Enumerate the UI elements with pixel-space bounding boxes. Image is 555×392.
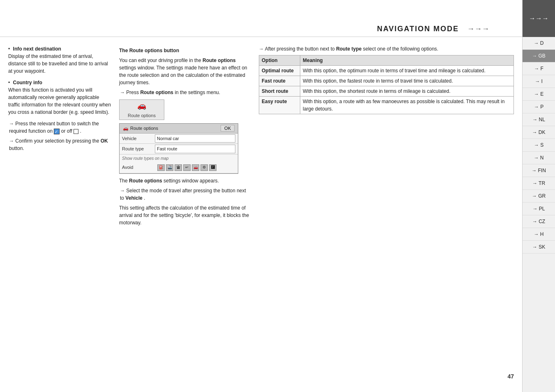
middle-appears: The Route options settings window appear…: [119, 177, 251, 184]
arrow2-bold: OK: [101, 138, 108, 144]
sidebar-item-3[interactable]: → I: [523, 75, 555, 88]
dialog-vehicle-value: Normal car: [155, 134, 235, 143]
route-dialog-row3: Avoid ⛽ 🚢 🛣 ↩ 🚗 ⚙ 🅿: [120, 162, 238, 173]
route-dialog-row2: Route type Fast route: [120, 144, 238, 154]
arrow1-end: .: [80, 128, 81, 134]
sidebar-item-0[interactable]: → D: [523, 37, 555, 50]
route-dialog-title-text: Route options: [130, 125, 158, 132]
table-cell-option-0: Optimal route: [259, 66, 300, 76]
middle-arrow1-arrow: →: [120, 90, 126, 95]
appears-text: The: [119, 178, 128, 184]
sidebar-item-16[interactable]: → SK: [523, 241, 555, 254]
middle-arrow1-bold: Route options: [140, 90, 175, 95]
table-cell-option-2: Short route: [259, 86, 300, 97]
sidebar-item-7[interactable]: → DK: [523, 126, 555, 139]
bullet1-text: Display of the estimated time of arrival…: [8, 53, 111, 75]
intro-end: select one of the following options.: [363, 46, 438, 52]
sidebar-item-12[interactable]: → GR: [523, 190, 555, 203]
checkbox-icon: [54, 129, 60, 134]
table-header-row: Option Meaning: [259, 55, 514, 66]
route-options-label: Route options: [128, 112, 156, 119]
dialog-routetype-label: Route type: [122, 145, 155, 152]
arrow2-arrow: →: [9, 138, 15, 144]
header-arrows: →→→: [467, 25, 489, 33]
table-row-2: Short routeWith this option, the shortes…: [259, 86, 514, 97]
sidebar-item-10[interactable]: → FIN: [523, 164, 555, 177]
route-options-icon: 🚗: [137, 100, 146, 111]
table-row-0: Optimal routeWith this option, the optim…: [259, 66, 514, 76]
table-row-3: Easy routeWith this option, a route with…: [259, 97, 514, 114]
avoid-icon-2: 🚢: [166, 164, 173, 171]
bullet-dot-2: •: [8, 80, 10, 85]
arrow1-arrow: →: [9, 121, 15, 127]
bullet2-text: When this function is activated you will…: [8, 86, 111, 116]
sidebar-item-14[interactable]: → CZ: [523, 215, 555, 228]
bullet1-title: Info next destination: [13, 46, 61, 52]
avoid-icon-5: 🚗: [192, 164, 199, 171]
avoid-icon-1: ⛽: [157, 164, 165, 171]
table-body: Optimal routeWith this option, the optim…: [259, 66, 514, 114]
route-options-table: Option Meaning Optimal routeWith this op…: [259, 55, 514, 114]
appears-end: settings window appears.: [164, 178, 219, 184]
bullet2-title: Country info: [13, 80, 42, 85]
route-dialog-subtext: Show route types on map: [120, 154, 238, 162]
sidebar-top-block: →→→: [523, 0, 555, 37]
sidebar-item-6[interactable]: → NL: [523, 113, 555, 126]
middle-para2: This setting affects the calculation of …: [119, 204, 251, 226]
sidebar-item-4[interactable]: → E: [523, 88, 555, 101]
middle-col: The Route options button You can edit yo…: [119, 45, 259, 384]
middle-arrow1: → Press Route options in the settings me…: [119, 89, 251, 96]
col-meaning-header: Meaning: [300, 55, 514, 66]
bullet-dot-1: •: [8, 46, 10, 52]
avoid-icon-4: ↩: [183, 164, 191, 171]
middle-arrow2-end: .: [144, 195, 145, 201]
middle-arrow2: → Select the mode of travel after pressi…: [119, 187, 251, 202]
sidebar-item-8[interactable]: → S: [523, 139, 555, 152]
arrow2-item: → Confirm your selection by pressing the…: [8, 137, 111, 152]
middle-arrow2-bold: Vehicle: [125, 195, 142, 201]
middle-para1-bold: Route options: [203, 58, 236, 63]
sidebar-items-container: → D→ GB→ F→ I→ E→ P→ NL→ DK→ S→ N→ FIN→ …: [523, 37, 555, 254]
table-cell-meaning-1: With this option, the fastest route in t…: [300, 76, 514, 86]
sidebar-item-5[interactable]: → P: [523, 101, 555, 113]
sidebar-item-15[interactable]: → H: [523, 228, 555, 241]
sidebar-item-1[interactable]: → GB: [523, 50, 555, 62]
route-dialog: 🚗 Route options OK Vehicle Normal car Ro…: [119, 123, 238, 174]
avoid-icon-6: ⚙: [200, 164, 208, 171]
middle-para1-pre: You can edit your driving profile in the: [119, 58, 201, 63]
dialog-routetype-value: Fast route: [155, 145, 235, 153]
route-options-button-img: 🚗 Route options: [119, 99, 164, 120]
table-cell-option-1: Fast route: [259, 76, 300, 86]
table-cell-option-3: Easy route: [259, 97, 300, 114]
bullet-item-1: • Info next destination Display of the e…: [8, 45, 111, 75]
table-row-1: Fast routeWith this option, the fastest …: [259, 76, 514, 86]
route-dialog-header: 🚗 Route options OK: [120, 124, 238, 134]
right-col: → After pressing the button next to Rout…: [259, 45, 514, 384]
arrow2-text: Confirm your selection by pressing the: [15, 138, 99, 144]
table-cell-meaning-0: With this option, the optimum route in t…: [300, 66, 514, 76]
sidebar-item-11[interactable]: → TR: [523, 177, 555, 190]
table-cell-meaning-3: With this option, a route with as few ma…: [300, 97, 514, 114]
intro-arrow: →: [259, 46, 265, 52]
route-dialog-title: 🚗 Route options: [123, 125, 158, 132]
col-option-header: Option: [259, 55, 300, 66]
header-title: NAVIGATION MODE: [377, 25, 459, 33]
main-content: • Info next destination Display of the e…: [0, 37, 522, 392]
intro-pre: After pressing the button next to: [265, 46, 335, 52]
route-dialog-icon: 🚗: [123, 125, 129, 132]
route-dialog-row1: Vehicle Normal car: [120, 134, 238, 144]
intro-bold1: Route type: [336, 46, 363, 52]
arrow2-end: button.: [9, 145, 24, 151]
header-bar: NAVIGATION MODE →→→: [0, 0, 555, 37]
middle-section-title: The Route options button: [119, 47, 251, 54]
table-cell-meaning-2: With this option, the shortest route in …: [300, 86, 514, 97]
arrow1-mid: or off: [61, 128, 74, 134]
sidebar-item-9[interactable]: → N: [523, 152, 555, 164]
sidebar-item-2[interactable]: → F: [523, 62, 555, 75]
bullet-item-2: • Country info When this function is act…: [8, 79, 111, 116]
dialog-avoid-icons: ⛽ 🚢 🛣 ↩ 🚗 ⚙ 🅿: [155, 163, 219, 172]
middle-arrow1-pre: Press: [126, 90, 139, 95]
route-dialog-ok-button[interactable]: OK: [221, 125, 235, 131]
avoid-icon-3: 🛣: [175, 164, 182, 171]
sidebar-item-13[interactable]: → PL: [523, 203, 555, 215]
